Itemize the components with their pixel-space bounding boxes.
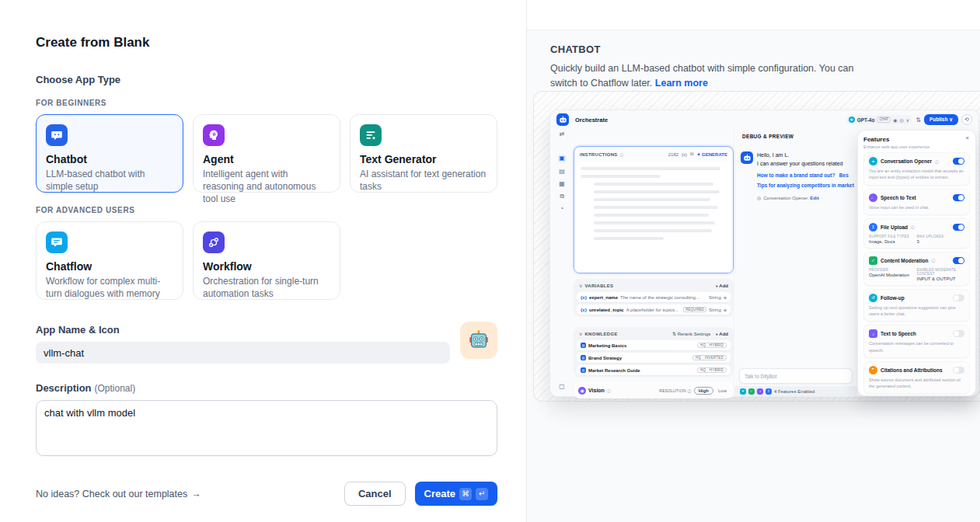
app-icon-picker-button[interactable] xyxy=(460,322,497,359)
pv-feature-file-upload: ↥ File Upload ⓘ SUPPORT FILE TYPES Image… xyxy=(863,218,970,249)
pv-vision-feature-icon: ◉ xyxy=(578,387,586,395)
app-name-section: App Name & Icon xyxy=(36,324,497,364)
pv-variable-name: unrelated_topic xyxy=(589,308,624,312)
text-generator-icon xyxy=(360,124,382,146)
type-desc: Workflow for complex multi-turn dialogue… xyxy=(46,275,173,300)
pv-info-icon: ⓘ xyxy=(911,224,915,229)
pv-add-variable-button: + Add xyxy=(715,284,728,288)
pv-params-icon: ⇅ xyxy=(915,117,921,124)
app-name-label: App Name & Icon xyxy=(36,324,497,336)
pv-required-badge: REQUIRED xyxy=(683,307,706,312)
pv-rerank-settings: ⇅ Rerank Settings xyxy=(672,331,710,336)
pv-collapse-chevron-icon: ∨ xyxy=(579,331,582,336)
preview-image-frame: Orchestrate ✻ GPT-4o CHAT ◉ ◎ ∨ ⇅ Publis… xyxy=(533,91,980,402)
pv-variable-icon: {x} xyxy=(581,295,587,300)
learn-more-link[interactable]: Learn more xyxy=(655,78,708,89)
pv-toggle-on xyxy=(953,224,964,231)
pv-orchestrate-icon: ▣ xyxy=(557,155,567,162)
pv-feature-follow-up: ↺ Follow-up Setting up next questions su… xyxy=(863,289,970,322)
pv-suggestion-2: Tips for analyzing competitors in market xyxy=(757,183,854,188)
app-type-card-agent[interactable]: Agent Intelligent agent with reasoning a… xyxy=(193,114,340,193)
pv-char-count: 2182 xyxy=(668,152,678,157)
pv-instructions-title: INSTRUCTIONS xyxy=(580,152,618,157)
templates-link-text: No ideas? Check out our templates xyxy=(36,489,187,499)
pv-dataset-name: Brand Strategy xyxy=(588,356,622,360)
pv-variable-name: expert_name xyxy=(589,295,618,300)
pv-add-knowledge-button: + Add xyxy=(715,332,728,336)
pv-instructions-body xyxy=(574,162,733,273)
pv-edit-link: Edit xyxy=(810,196,818,200)
pv-history-icon: ⟲ xyxy=(961,114,972,125)
pv-header: Orchestrate ✻ GPT-4o CHAT ◉ ◎ ∨ ⇅ Publis… xyxy=(550,110,978,129)
app-type-card-workflow[interactable]: Workflow Orchestration for single-turn a… xyxy=(193,221,340,300)
create-button-label: Create xyxy=(424,488,455,499)
modal-title: Create from Blank xyxy=(36,35,497,50)
pv-dataset-icon: ▧ xyxy=(581,343,586,348)
pv-variable-settings-icon: ⊕ xyxy=(724,308,727,312)
pv-feature-speech-to-text: ♩ Speech to Text Voice input can be used… xyxy=(863,189,970,215)
pv-bot-message-line1: Hello, I am L. xyxy=(757,152,789,158)
pv-instructions-panel: INSTRUCTIONS ⓘ 2182 {x} ⧉ ✦ GENERATE xyxy=(574,146,734,273)
choose-app-type-label: Choose App Type xyxy=(36,74,497,85)
pv-feature-content-moderation: ✓ Content Moderation ⓘ PROVIDER OpenAI M… xyxy=(863,252,970,286)
type-name: Text Generator xyxy=(360,153,487,165)
app-type-card-text-generator[interactable]: Text Generator AI assistant for text gen… xyxy=(350,114,497,193)
pv-model-name: GPT-4o xyxy=(857,117,875,123)
type-name: Workflow xyxy=(203,260,330,273)
pv-features-title: Features xyxy=(863,136,970,143)
description-optional-label: (Optional) xyxy=(95,383,136,394)
description-section: Description (Optional) chat with vllm mo… xyxy=(36,382,497,459)
pv-resolution-low-button: Low xyxy=(716,388,729,394)
pv-opener-icon: ◎ xyxy=(757,195,761,200)
pv-model-selector: ✻ GPT-4o CHAT ◉ ◎ ∨ xyxy=(846,115,913,124)
description-textarea[interactable]: chat with vllm model xyxy=(36,400,497,456)
app-name-input[interactable] xyxy=(36,342,450,364)
pv-opener-dot-icon: ✦ xyxy=(740,388,746,395)
arrow-right-icon: → xyxy=(191,489,201,499)
pv-toggle-off xyxy=(953,330,964,337)
type-name: Agent xyxy=(203,153,330,165)
app-type-card-chatbot[interactable]: Chatbot LLM-based chatbot with simple se… xyxy=(36,114,183,193)
pv-toggle-on xyxy=(953,158,964,165)
pv-debug-title: DEBUG & PREVIEW xyxy=(742,134,857,139)
pv-variable-desc: The name of the strategic consulting... xyxy=(620,295,706,300)
modal-footer: No ideas? Check out our templates → Canc… xyxy=(36,482,497,506)
pv-dataset-badge: HQ · HYBRID xyxy=(697,367,727,373)
pv-docs-icon: ⧉ xyxy=(560,193,564,200)
cancel-button[interactable]: Cancel xyxy=(344,482,406,506)
pv-variables-title: VARIABLES xyxy=(584,284,613,288)
pv-sidebar: ⇄ ▣ ▤ ▦ ⧉ ◔ ▢ xyxy=(550,129,574,396)
pv-follow-up-icon: ↺ xyxy=(869,294,877,302)
pv-upload-icon: ↥ xyxy=(869,223,877,231)
pv-knowledge-row: ▧ Marketing Basics HQ · HYBRID xyxy=(577,340,731,350)
pv-feature-citations: ❞ Citations and Attributions Show source… xyxy=(863,361,970,395)
preview-heading: CHATBOT xyxy=(550,44,949,55)
pv-resolution-label: RESOLUTION ⓘ xyxy=(659,388,691,393)
app-type-card-chatflow[interactable]: Chatflow Workflow for complex multi-turn… xyxy=(36,221,183,300)
robot-emoji-icon xyxy=(468,329,490,351)
pv-debug-column: DEBUG & PREVIEW Hello, I am L. I can ans… xyxy=(734,129,857,396)
pv-toggle-off xyxy=(953,367,964,374)
pv-toggle-on xyxy=(953,257,964,264)
pv-chevron-down-icon: ∨ xyxy=(906,117,909,123)
advanced-type-grid: Chatflow Workflow for complex multi-turn… xyxy=(36,221,497,300)
pv-bot-avatar xyxy=(741,151,753,164)
templates-link[interactable]: No ideas? Check out our templates → xyxy=(36,489,201,499)
pv-features-panel: Features × Enhance web-app user experien… xyxy=(857,130,976,396)
pv-mic-icon: ♩ xyxy=(869,193,877,202)
app-type-preview-panel: CHATBOT Quickly build an LLM-based chatb… xyxy=(526,0,980,522)
pv-variable-type: String xyxy=(709,295,721,300)
pv-variable-desc: A placeholder for topics... xyxy=(626,308,682,312)
create-button[interactable]: Create ⌘ ↵ xyxy=(415,482,497,506)
pv-dataset-icon: ▧ xyxy=(581,355,586,360)
pv-app-logo-icon xyxy=(556,113,569,126)
pv-features-subtitle: Enhance web-app user experience xyxy=(863,144,970,149)
cmd-key-icon: ⌘ xyxy=(459,488,472,500)
enter-key-icon: ↵ xyxy=(476,488,488,500)
pv-knowledge-title: KNOWLEDGE xyxy=(584,332,617,336)
pv-variable-icon: {x} xyxy=(682,152,687,157)
pv-info-icon: ⓘ xyxy=(607,388,611,393)
type-desc: AI assistant for text generation tasks xyxy=(360,168,487,193)
pv-mic-icon: ◉ xyxy=(893,117,897,123)
pv-vision-row: ◉ Vision ⓘ RESOLUTION ⓘ High Low xyxy=(574,382,734,398)
